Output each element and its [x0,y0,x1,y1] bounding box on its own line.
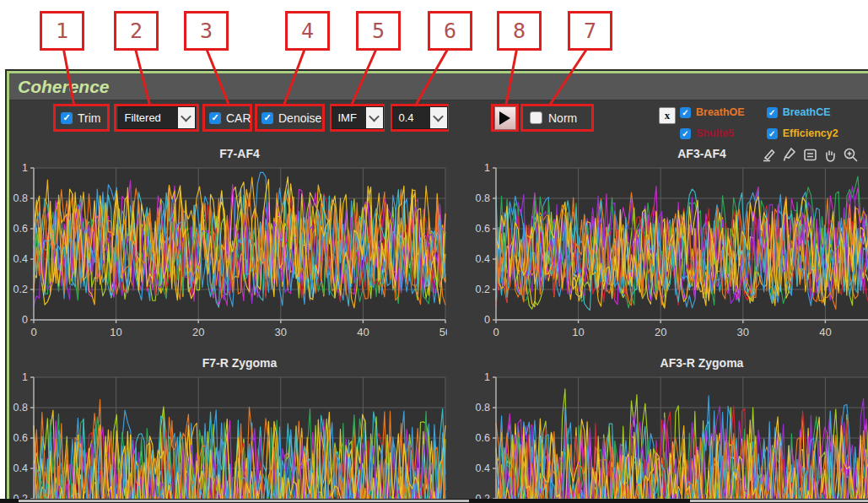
imf-dropdown-value: IMF [332,107,366,128]
play-button[interactable] [494,106,516,130]
dropdown-arrow-button[interactable] [178,107,195,128]
plot-title: F7-AF4 [34,147,445,160]
svg-text:1: 1 [484,162,490,174]
trim-checkbox[interactable]: ✓ [61,112,73,124]
callout-number: 4 [301,19,314,43]
plot-title: AF3-R Zygoma [496,356,868,370]
callout-target-trim: ✓ Trim [53,104,110,132]
window-bottom-edge [0,499,868,503]
legend-item-efficiency2: ✓Efficiency2 [767,124,838,143]
legend-checkbox-breathoe[interactable]: ✓ [680,107,691,118]
chevron-down-icon [181,111,191,122]
callout-target-car: ✓ CAR [202,104,252,132]
norm-label: Norm [548,111,577,125]
plot-af3-r-zygoma: AF3-R Zygoma 0102030405000.20.40.60.81 [472,355,868,503]
callout-number: 7 [584,19,596,43]
zoom-in-icon[interactable] [843,147,859,163]
svg-text:10: 10 [572,326,584,338]
svg-text:20: 20 [192,326,204,338]
callout-box-6: 6 [428,11,472,51]
callout-box-5: 5 [356,11,401,51]
brush-icon[interactable] [782,147,798,163]
svg-text:10: 10 [110,326,121,338]
legend-checkbox-breathce[interactable]: ✓ [767,107,778,118]
svg-text:0.4: 0.4 [476,253,490,265]
callout-number: 1 [56,19,68,43]
callout-target-play [491,104,519,132]
svg-text:0.6: 0.6 [476,432,490,444]
svg-text:0.8: 0.8 [13,192,28,204]
car-checkbox[interactable]: ✓ [209,112,221,124]
svg-text:0: 0 [22,314,28,326]
denoise-label: Denoise [278,111,321,125]
callout-number: 5 [372,19,385,43]
svg-text:40: 40 [357,326,369,338]
callout-target-threshold: 0.4 [391,104,449,132]
callout-number: 6 [444,19,456,43]
window-bottom-edge [19,500,469,502]
threshold-dropdown-value: 0.4 [393,107,430,128]
dropdown-arrow-button[interactable] [366,107,383,128]
plot-canvas: 0102030405000.20.40.60.81 [472,146,868,342]
svg-text:40: 40 [819,326,831,338]
legend-item-breathoe: ✓BreathOE [680,103,745,122]
norm-checkbox[interactable] [530,111,542,124]
play-icon [499,111,510,125]
denoise-checkbox[interactable]: ✓ [261,112,273,124]
svg-text:0.6: 0.6 [13,223,28,235]
svg-text:1: 1 [484,371,490,383]
trim-label: Trim [78,111,100,125]
callout-target-norm: Norm [520,104,594,132]
threshold-dropdown[interactable]: 0.4 [392,106,448,129]
filter-dropdown[interactable]: Filtered [118,106,196,129]
legend-label: BreathCE [783,106,831,118]
datatips-icon[interactable] [802,147,818,163]
legend-item-shulte5: ✓Shulte5 [680,124,745,143]
callout-box-1: 1 [40,11,84,51]
plot-canvas: 0102030405000.20.40.60.81 [10,146,447,342]
plot-af3-af4: AF3-AF4 0102030405000.20.40.60.81 [472,146,868,342]
svg-text:0.6: 0.6 [13,432,28,444]
chevron-down-icon [433,111,444,122]
legend: ✓BreathOE✓Shulte5✓BreathCE✓Efficiency2 [680,103,838,143]
svg-text:50: 50 [439,326,447,338]
plot-f7-r-zygoma: F7-R Zygoma 0102030405000.20.40.60.81 [10,355,447,503]
svg-text:0: 0 [30,326,36,338]
callout-target-denoise: ✓ Denoise [255,104,325,132]
svg-text:1: 1 [22,371,28,383]
svg-text:1: 1 [22,162,28,174]
window-bottom-edge [690,500,868,502]
svg-text:30: 30 [737,326,749,338]
callout-target-filtered: Filtered [114,104,199,132]
imf-dropdown[interactable]: IMF [332,106,384,129]
car-label: CAR [226,111,251,125]
callout-box-4: 4 [285,11,330,51]
callout-number: 3 [200,19,213,43]
svg-text:0.4: 0.4 [13,462,28,474]
legend-label: Efficiency2 [783,127,838,139]
panel-title: Coherence [9,77,110,97]
svg-text:0: 0 [484,314,490,326]
callout-box-8: 8 [497,11,542,51]
pan-icon[interactable] [822,147,838,163]
svg-text:20: 20 [655,326,666,338]
export-icon[interactable] [762,147,778,163]
plot-title: F7-R Zygoma [34,356,445,370]
svg-text:0.8: 0.8 [13,402,28,414]
svg-text:0.4: 0.4 [476,462,490,474]
svg-text:0.6: 0.6 [476,223,490,235]
callout-number: 8 [513,19,526,43]
svg-text:0.8: 0.8 [476,192,490,204]
callout-box-3: 3 [184,11,229,51]
legend-checkbox-efficiency2[interactable]: ✓ [767,128,778,139]
legend-checkbox-shulte5[interactable]: ✓ [680,128,691,139]
legend-close-button[interactable]: x [659,107,676,124]
svg-text:0.8: 0.8 [476,402,490,414]
filter-dropdown-value: Filtered [119,107,178,128]
dropdown-arrow-button[interactable] [430,107,447,128]
svg-text:30: 30 [275,326,287,338]
callout-target-imf: IMF [330,104,385,132]
svg-text:0.4: 0.4 [13,253,28,265]
svg-text:0.2: 0.2 [476,284,490,295]
close-icon: x [665,109,671,122]
